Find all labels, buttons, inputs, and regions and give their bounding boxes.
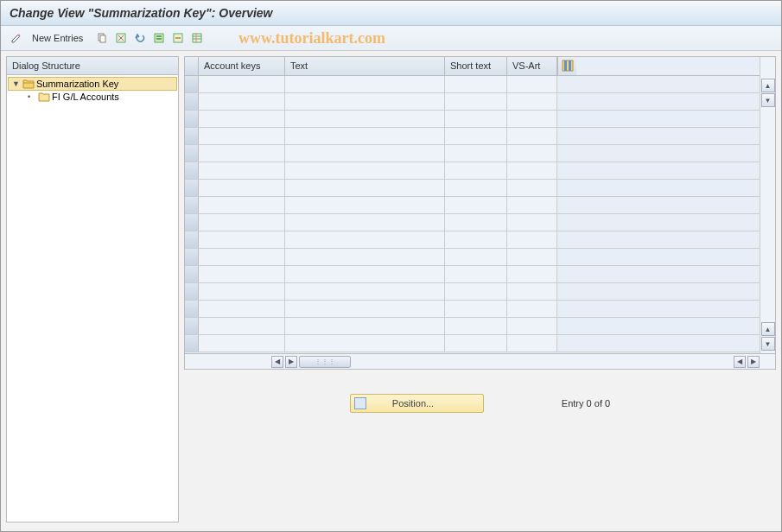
table-cell[interactable] — [445, 266, 507, 282]
hscroll-thumb[interactable]: ⋮⋮⋮ — [299, 356, 351, 368]
column-header-text[interactable]: Text — [285, 57, 445, 75]
table-cell[interactable] — [199, 128, 285, 144]
row-selector[interactable] — [185, 249, 199, 265]
table-cell[interactable] — [199, 318, 285, 334]
table-cell[interactable] — [445, 335, 507, 352]
table-cell[interactable] — [445, 76, 507, 92]
row-selector[interactable] — [185, 180, 199, 196]
table-row[interactable] — [185, 145, 760, 162]
table-cell[interactable] — [507, 283, 557, 300]
table-cell[interactable] — [199, 180, 285, 196]
table-cell[interactable] — [445, 231, 507, 248]
table-cell[interactable] — [507, 93, 557, 110]
scroll-down-icon[interactable]: ▼ — [761, 337, 775, 351]
table-cell[interactable] — [445, 162, 507, 179]
table-cell[interactable] — [445, 214, 507, 231]
scroll-up-icon[interactable]: ▲ — [761, 322, 775, 336]
table-cell[interactable] — [445, 111, 507, 127]
table-cell[interactable] — [285, 231, 445, 248]
table-row[interactable] — [185, 318, 760, 335]
change-icon[interactable] — [8, 29, 25, 47]
scroll-right-end-icon[interactable]: ▶ — [747, 356, 760, 368]
new-entries-button[interactable]: New Entries — [27, 31, 88, 45]
table-row[interactable] — [185, 301, 760, 318]
vertical-scrollbar[interactable]: ▲ ▼ ▲ ▼ — [760, 57, 775, 353]
deselect-all-icon[interactable] — [169, 29, 187, 47]
table-cell[interactable] — [285, 180, 445, 196]
row-selector[interactable] — [185, 301, 199, 317]
table-row[interactable] — [185, 266, 760, 283]
row-selector[interactable] — [185, 214, 199, 231]
row-selector[interactable] — [185, 76, 199, 92]
table-cell[interactable] — [507, 197, 557, 213]
table-cell[interactable] — [199, 301, 285, 317]
row-selector[interactable] — [185, 145, 199, 162]
column-header-vs-art[interactable]: VS-Art — [507, 57, 557, 75]
tree-collapse-icon[interactable]: ▼ — [12, 79, 21, 88]
table-row[interactable] — [185, 197, 760, 214]
table-cell[interactable] — [507, 128, 557, 144]
table-cell[interactable] — [199, 76, 285, 92]
table-cell[interactable] — [199, 162, 285, 179]
row-selector[interactable] — [185, 162, 199, 179]
table-cell[interactable] — [507, 266, 557, 282]
undo-icon[interactable] — [131, 29, 149, 47]
row-selector[interactable] — [185, 283, 199, 300]
row-selector-header[interactable] — [185, 57, 199, 75]
table-cell[interactable] — [199, 93, 285, 110]
scroll-left-end-icon[interactable]: ◀ — [734, 356, 746, 368]
table-cell[interactable] — [445, 283, 507, 300]
table-cell[interactable] — [445, 180, 507, 196]
copy-icon[interactable] — [93, 29, 111, 47]
table-config-button[interactable] — [557, 57, 576, 75]
table-row[interactable] — [185, 93, 760, 111]
row-selector[interactable] — [185, 231, 199, 248]
table-cell[interactable] — [285, 214, 445, 231]
row-selector[interactable] — [185, 128, 199, 144]
table-cell[interactable] — [285, 93, 445, 110]
tree-item-fi-gl-accounts[interactable]: • FI G/L Accounts — [7, 91, 178, 103]
table-cell[interactable] — [285, 197, 445, 213]
row-selector[interactable] — [185, 93, 199, 110]
table-cell[interactable] — [285, 111, 445, 127]
table-cell[interactable] — [445, 318, 507, 334]
table-cell[interactable] — [285, 162, 445, 179]
row-selector[interactable] — [185, 266, 199, 282]
table-cell[interactable] — [199, 214, 285, 231]
table-cell[interactable] — [285, 145, 445, 162]
table-cell[interactable] — [445, 301, 507, 317]
table-row[interactable] — [185, 283, 760, 301]
delete-icon[interactable] — [112, 29, 130, 47]
table-cell[interactable] — [285, 128, 445, 144]
table-row[interactable] — [185, 162, 760, 180]
horizontal-scrollbar[interactable]: ◀ ▶ ⋮⋮⋮ ◀ ▶ — [184, 354, 776, 370]
table-row[interactable] — [185, 180, 760, 197]
table-row[interactable] — [185, 76, 760, 93]
table-cell[interactable] — [199, 249, 285, 265]
table-cell[interactable] — [199, 231, 285, 248]
scroll-left-icon[interactable]: ◀ — [271, 356, 283, 368]
table-cell[interactable] — [507, 111, 557, 127]
table-cell[interactable] — [445, 249, 507, 265]
table-cell[interactable] — [507, 162, 557, 179]
tree-item-summarization-key[interactable]: ▼ Summarization Key — [8, 77, 177, 91]
table-cell[interactable] — [507, 180, 557, 196]
table-cell[interactable] — [507, 76, 557, 92]
table-row[interactable] — [185, 214, 760, 231]
table-view-icon[interactable] — [188, 29, 206, 47]
scroll-up-icon[interactable]: ▲ — [761, 79, 775, 92]
row-selector[interactable] — [185, 318, 199, 334]
table-row[interactable] — [185, 249, 760, 266]
table-row[interactable] — [185, 128, 760, 145]
table-cell[interactable] — [445, 128, 507, 144]
row-selector[interactable] — [185, 197, 199, 213]
row-selector[interactable] — [185, 335, 199, 352]
table-cell[interactable] — [507, 318, 557, 334]
table-row[interactable] — [185, 111, 760, 128]
table-row[interactable] — [185, 231, 760, 249]
table-cell[interactable] — [445, 93, 507, 110]
table-cell[interactable] — [199, 197, 285, 213]
table-cell[interactable] — [445, 145, 507, 162]
table-cell[interactable] — [199, 283, 285, 300]
table-cell[interactable] — [507, 335, 557, 352]
